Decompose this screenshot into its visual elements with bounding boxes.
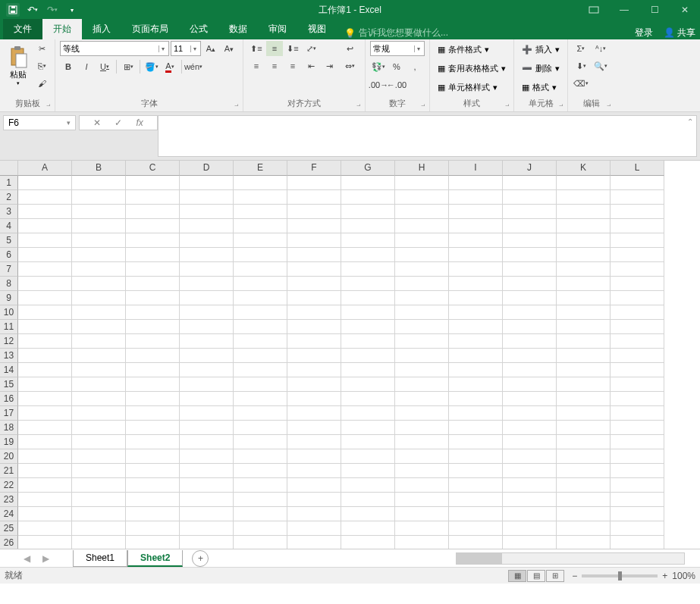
cell[interactable] xyxy=(126,392,180,406)
row-header[interactable]: 6 xyxy=(0,248,18,262)
row-header[interactable]: 8 xyxy=(0,277,18,291)
cut-button[interactable]: ✂ xyxy=(33,41,50,56)
enter-formula-icon[interactable]: ✓ xyxy=(115,117,122,128)
cell[interactable] xyxy=(557,363,611,377)
cell[interactable] xyxy=(449,363,503,377)
comma-button[interactable]: , xyxy=(407,59,423,74)
cell[interactable] xyxy=(611,349,664,363)
cell[interactable] xyxy=(18,190,72,205)
cell[interactable] xyxy=(611,334,664,349)
fill-color-button[interactable]: 🪣▾ xyxy=(143,59,160,74)
cell[interactable] xyxy=(557,334,611,349)
cell[interactable] xyxy=(395,205,449,219)
cell[interactable] xyxy=(341,320,395,334)
column-header[interactable]: J xyxy=(503,161,557,176)
cell[interactable] xyxy=(341,176,395,190)
cell[interactable] xyxy=(126,190,180,205)
cell[interactable] xyxy=(72,248,126,262)
cell[interactable] xyxy=(234,406,287,421)
zoom-out-button[interactable]: − xyxy=(572,571,577,581)
cell[interactable] xyxy=(234,464,287,478)
find-button[interactable]: 🔍▾ xyxy=(591,58,611,74)
cell[interactable] xyxy=(503,449,557,464)
cell[interactable] xyxy=(503,233,557,248)
cell[interactable] xyxy=(234,248,287,262)
cell[interactable] xyxy=(18,521,72,536)
cell[interactable] xyxy=(72,277,126,291)
row-header[interactable]: 12 xyxy=(0,334,18,349)
cell[interactable] xyxy=(126,334,180,349)
cell[interactable] xyxy=(503,421,557,435)
cell[interactable] xyxy=(180,277,234,291)
cell[interactable] xyxy=(180,406,234,421)
cell[interactable] xyxy=(180,449,234,464)
cell[interactable] xyxy=(72,449,126,464)
cell[interactable] xyxy=(287,190,341,205)
row-header[interactable]: 9 xyxy=(0,291,18,305)
cell[interactable] xyxy=(503,478,557,493)
cell[interactable] xyxy=(234,349,287,363)
orientation-button[interactable]: ⤢▾ xyxy=(303,41,319,56)
cell[interactable] xyxy=(287,464,341,478)
cell[interactable] xyxy=(180,435,234,449)
cell[interactable] xyxy=(503,334,557,349)
cell[interactable] xyxy=(503,305,557,320)
cell[interactable] xyxy=(180,421,234,435)
cell[interactable] xyxy=(287,205,341,219)
row-header[interactable]: 23 xyxy=(0,493,18,507)
cell[interactable] xyxy=(341,507,395,521)
row-header[interactable]: 24 xyxy=(0,507,18,521)
cell[interactable] xyxy=(180,233,234,248)
column-header[interactable]: E xyxy=(234,161,287,176)
cell[interactable] xyxy=(611,320,664,334)
cell[interactable] xyxy=(341,406,395,421)
cell[interactable] xyxy=(126,406,180,421)
cell[interactable] xyxy=(449,507,503,521)
cell[interactable] xyxy=(557,349,611,363)
cell[interactable] xyxy=(557,320,611,334)
horizontal-scrollbar[interactable] xyxy=(456,552,685,565)
cell[interactable] xyxy=(18,435,72,449)
cell[interactable] xyxy=(72,363,126,377)
cell[interactable] xyxy=(287,305,341,320)
cell[interactable] xyxy=(18,478,72,493)
cell[interactable] xyxy=(126,536,180,549)
row-header[interactable]: 22 xyxy=(0,478,18,493)
cell[interactable] xyxy=(72,521,126,536)
cell[interactable] xyxy=(126,507,180,521)
bold-button[interactable]: B xyxy=(60,59,77,74)
cell[interactable] xyxy=(126,449,180,464)
row-header[interactable]: 26 xyxy=(0,536,18,549)
cell[interactable] xyxy=(18,406,72,421)
paste-button[interactable]: 粘贴 ▾ xyxy=(5,41,32,91)
clear-button[interactable]: ⌫▾ xyxy=(573,76,589,91)
cell[interactable] xyxy=(341,190,395,205)
cell-style-button[interactable]: ▦ 单元格样式 ▾ xyxy=(435,79,509,95)
accounting-button[interactable]: 💱▾ xyxy=(370,59,387,74)
cell[interactable] xyxy=(287,392,341,406)
cell[interactable] xyxy=(287,262,341,277)
cell[interactable] xyxy=(503,277,557,291)
cell[interactable] xyxy=(449,305,503,320)
increase-decimal-button[interactable]: .00→ xyxy=(370,77,387,92)
row-header[interactable]: 3 xyxy=(0,205,18,219)
cell[interactable] xyxy=(287,493,341,507)
add-sheet-button[interactable]: + xyxy=(192,550,209,567)
cell[interactable] xyxy=(395,421,449,435)
cell[interactable] xyxy=(180,205,234,219)
undo-icon[interactable]: ↶ ▾ xyxy=(26,3,39,17)
cell[interactable] xyxy=(557,277,611,291)
tab-data[interactable]: 数据 xyxy=(218,19,258,39)
cell[interactable] xyxy=(287,233,341,248)
cell[interactable] xyxy=(18,464,72,478)
cell[interactable] xyxy=(287,435,341,449)
cell[interactable] xyxy=(341,449,395,464)
cell[interactable] xyxy=(395,536,449,549)
cell[interactable] xyxy=(449,233,503,248)
cell[interactable] xyxy=(234,205,287,219)
cell[interactable] xyxy=(72,190,126,205)
cell[interactable] xyxy=(395,377,449,392)
cell[interactable] xyxy=(449,478,503,493)
cell[interactable] xyxy=(234,305,287,320)
cell[interactable] xyxy=(234,521,287,536)
